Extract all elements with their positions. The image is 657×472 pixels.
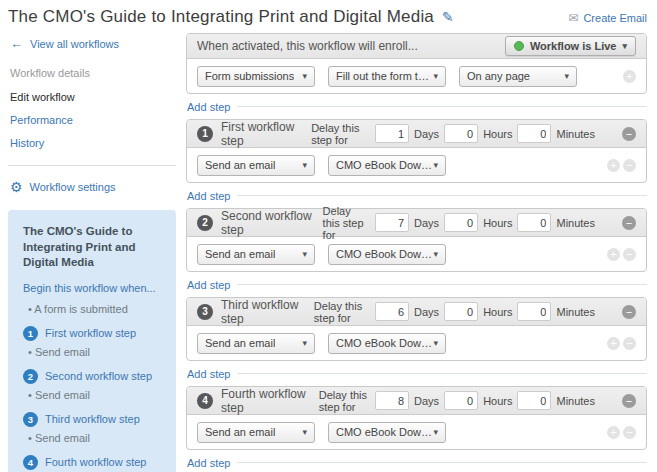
summary-title: The CMO's Guide to Integrating Print and… (23, 224, 161, 271)
delay-days-input[interactable] (375, 391, 409, 410)
step-number-badge: 2 (197, 215, 213, 231)
add-step-rule (237, 195, 647, 196)
days-label: Days (414, 306, 439, 318)
add-action-icon[interactable]: + (607, 337, 620, 350)
delay-controls: Delay this step for Days Hours Minutes (319, 389, 595, 413)
delay-days-input[interactable] (375, 302, 409, 321)
sidebar-item-history[interactable]: History (10, 137, 176, 149)
email-select-dropdown[interactable]: CMO eBook Downloa... ▾ (328, 422, 446, 443)
add-step-row: Add step (187, 100, 647, 113)
dropdown-value: Send an email (205, 426, 275, 438)
summary-step-sub: Send email (28, 346, 161, 358)
delay-hours-input[interactable] (444, 391, 478, 410)
delay-minutes-input[interactable] (517, 124, 551, 143)
workflow-editor-page: The CMO's Guide to Integrating Print and… (0, 0, 657, 472)
action-type-dropdown[interactable]: Send an email ▾ (197, 422, 315, 443)
workflow-step-panel-4: 4 Fourth workflow step Delay this step f… (186, 386, 647, 450)
remove-action-icon[interactable]: − (623, 426, 636, 439)
delay-minutes-input[interactable] (517, 302, 551, 321)
hours-label: Hours (483, 217, 512, 229)
remove-step-icon[interactable]: − (622, 305, 636, 319)
begin-workflow-link[interactable]: Begin this workflow when... (23, 282, 161, 294)
view-all-workflows-link[interactable]: ← View all workflows (10, 36, 176, 51)
add-step-rule (237, 462, 647, 463)
chevron-down-icon: ▾ (302, 161, 307, 170)
action-type-dropdown[interactable]: Send an email ▾ (197, 333, 315, 354)
remove-step-icon[interactable]: − (622, 394, 636, 408)
email-select-dropdown[interactable]: CMO eBook Downloa... ▾ (328, 333, 446, 354)
chevron-down-icon: ▾ (433, 250, 438, 259)
add-step-link[interactable]: Add step (187, 279, 230, 291)
add-step-link[interactable]: Add step (187, 101, 230, 113)
remove-action-icon[interactable]: − (623, 337, 636, 350)
delay-minutes-input[interactable] (517, 391, 551, 410)
add-action-icon[interactable]: + (607, 159, 620, 172)
remove-action-icon[interactable]: − (623, 159, 636, 172)
sidebar-item-edit-workflow[interactable]: Edit workflow (10, 91, 176, 103)
action-type-dropdown[interactable]: Send an email ▾ (197, 244, 315, 265)
create-email-label: Create Email (583, 12, 647, 24)
summary-step-link[interactable]: First workflow step (45, 327, 136, 339)
minutes-label: Minutes (556, 395, 595, 407)
dropdown-value: Send an email (205, 248, 275, 260)
add-action-icon[interactable]: + (607, 248, 620, 261)
remove-step-icon[interactable]: − (622, 127, 636, 141)
dropdown-value: CMO eBook Downloa... (336, 426, 433, 438)
step-header: 4 Fourth workflow step Delay this step f… (187, 387, 646, 415)
create-email-link[interactable]: ✉ Create Email (568, 11, 647, 25)
email-select-dropdown[interactable]: CMO eBook Downloa... ▾ (328, 244, 446, 265)
envelope-icon: ✉ (568, 11, 578, 25)
dropdown-value: Form submissions (205, 70, 294, 82)
add-action-icon[interactable]: + (607, 426, 620, 439)
delay-days-input[interactable] (375, 213, 409, 232)
add-step-row: Add step (187, 189, 647, 202)
summary-step-link[interactable]: Third workflow step (45, 413, 140, 425)
minutes-label: Minutes (556, 217, 595, 229)
workflow-canvas: When activated, this workflow will enrol… (186, 33, 647, 472)
delay-minutes-input[interactable] (517, 213, 551, 232)
step-number-badge: 3 (197, 304, 213, 320)
live-status-dot-icon (514, 41, 524, 51)
enrollment-page-dropdown[interactable]: On any page ▾ (459, 66, 577, 87)
chevron-down-icon: ▾ (302, 428, 307, 437)
enrollment-type-dropdown[interactable]: Form submissions ▾ (197, 66, 315, 87)
workflow-settings-label: Workflow settings (30, 181, 116, 193)
pencil-icon[interactable]: ✎ (442, 9, 454, 25)
chevron-down-icon: ▾ (302, 72, 307, 81)
remove-action-icon[interactable]: − (623, 248, 636, 261)
step-body: Send an email ▾ CMO eBook Downloa... ▾ +… (187, 415, 646, 449)
step-number-badge: 4 (197, 393, 213, 409)
workflow-step-panel-1: 1 First workflow step Delay this step fo… (186, 119, 647, 183)
workflow-settings-link[interactable]: ⚙ Workflow settings (10, 180, 176, 194)
enrollment-form-dropdown[interactable]: Fill out the form to do... ▾ (328, 66, 446, 87)
add-criteria-icon[interactable]: + (623, 70, 636, 83)
email-select-dropdown[interactable]: CMO eBook Downloa... ▾ (328, 155, 446, 176)
step-title: Fourth workflow step (221, 387, 319, 415)
days-label: Days (414, 128, 439, 140)
action-type-dropdown[interactable]: Send an email ▾ (197, 155, 315, 176)
workflow-status-button[interactable]: Workflow is Live ▾ (505, 36, 636, 56)
workflow-status-label: Workflow is Live (530, 40, 617, 52)
summary-step-link[interactable]: Second workflow step (45, 370, 152, 382)
delay-hours-input[interactable] (444, 302, 478, 321)
step-number-badge: 2 (23, 369, 38, 384)
chevron-down-icon: ▾ (433, 161, 438, 170)
delay-hours-input[interactable] (444, 213, 478, 232)
add-step-link[interactable]: Add step (187, 190, 230, 202)
summary-step-sub: Send email (28, 432, 161, 444)
add-step-row: Add step (187, 278, 647, 291)
dropdown-value: Fill out the form to do... (336, 70, 433, 82)
step-title: Second workflow step (221, 209, 323, 237)
add-step-link[interactable]: Add step (187, 457, 230, 469)
delay-days-input[interactable] (375, 124, 409, 143)
delay-hours-input[interactable] (444, 124, 478, 143)
dropdown-value: CMO eBook Downloa... (336, 248, 433, 260)
dropdown-value: Send an email (205, 337, 275, 349)
add-step-link[interactable]: Add step (187, 368, 230, 380)
minutes-label: Minutes (556, 306, 595, 318)
sidebar-item-performance[interactable]: Performance (10, 114, 176, 126)
summary-step-link[interactable]: Fourth workflow step (45, 456, 146, 468)
back-arrow-icon: ← (10, 36, 23, 51)
summary-step: 3 Third workflow step (23, 412, 161, 427)
remove-step-icon[interactable]: − (622, 216, 636, 230)
